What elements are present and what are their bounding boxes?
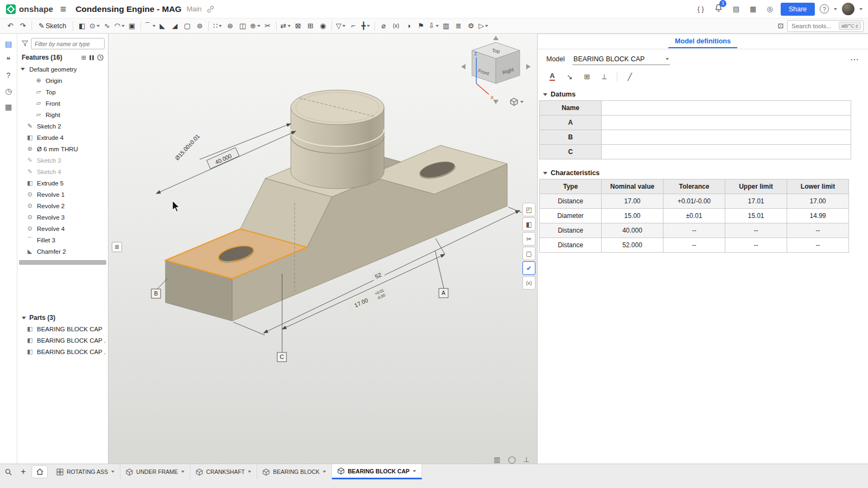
cylinder-boss[interactable] xyxy=(291,90,384,189)
tool-move-face-button[interactable]: ⊞ xyxy=(304,20,316,33)
feature-item-front-plane[interactable]: ▱ Front xyxy=(17,98,108,109)
app-store-icon[interactable]: ▦ xyxy=(747,5,759,13)
chevron-down-icon[interactable] xyxy=(543,93,547,96)
learning-center-icon[interactable]: ◎ xyxy=(764,5,775,13)
tab-under-frame[interactable]: UNDER FRAME xyxy=(120,464,190,479)
cell-tolerance[interactable]: ±0.01 xyxy=(663,209,725,223)
chevron-down-icon[interactable] xyxy=(543,172,547,175)
tool-linear-pattern-button[interactable]: ∷ xyxy=(212,20,224,33)
undo-button[interactable]: ↶ xyxy=(4,20,16,33)
feature-item-sketch-4[interactable]: ✎ Sketch 4 xyxy=(17,166,108,177)
sketch-button[interactable]: ✎ Sketch xyxy=(35,20,70,33)
tool-appearance-button[interactable]: ◑ xyxy=(403,20,414,33)
tool-measure-button[interactable]: ⌀ xyxy=(378,20,390,33)
datum-b[interactable]: B xyxy=(151,279,167,298)
feature-item-extrude-4[interactable]: ◧ Extrude 4 xyxy=(17,132,108,143)
cell-type[interactable]: Distance xyxy=(540,238,602,253)
hide-geometry-button[interactable]: ▢ xyxy=(522,247,535,260)
view-options-button[interactable] xyxy=(510,98,524,106)
cell-nominal[interactable]: 40.000 xyxy=(602,223,663,238)
variables-button[interactable]: (x) xyxy=(522,276,535,290)
feature-item-fillet-3[interactable]: ⌒ Fillet 3 xyxy=(17,234,108,246)
apps-panel-icon[interactable]: ▦ xyxy=(5,103,12,111)
cell-nominal[interactable]: 52.000 xyxy=(602,238,663,253)
tab-bearing-block-cap[interactable]: BEARING BLOCK CAP xyxy=(332,464,422,479)
datum-feature-button[interactable]: ⊥ xyxy=(597,70,611,83)
cell-upper[interactable]: 15.01 xyxy=(725,209,787,223)
part-item-1[interactable]: ◧ BEARING BLOCK CAP xyxy=(17,323,108,335)
feature-item-revolve-4[interactable]: ⊙ Revolve 4 xyxy=(17,223,108,234)
home-tab-button[interactable] xyxy=(31,465,48,478)
tool-boolean-button[interactable]: ⊕ xyxy=(249,20,261,33)
avatar[interactable] xyxy=(842,3,854,15)
folder-add-icon[interactable]: ⊞ xyxy=(81,54,86,61)
tool-circular-pattern-button[interactable]: ⊛ xyxy=(224,20,236,33)
cell-upper[interactable]: -- xyxy=(725,238,787,253)
share-button[interactable]: Share xyxy=(781,3,815,16)
tool-bom-button[interactable]: ≣ xyxy=(452,20,464,33)
tool-flange-button[interactable]: ⌐ xyxy=(347,20,359,33)
new-tab-button[interactable]: + xyxy=(16,464,30,479)
datums-section-header[interactable]: Datums xyxy=(538,87,868,100)
cell-lower[interactable]: -- xyxy=(787,238,849,253)
onshape-logo[interactable]: onshape xyxy=(5,4,53,15)
feature-item-extrude-5[interactable]: ◧ Extrude 5 xyxy=(17,177,108,189)
rotate-up-arrow[interactable] xyxy=(493,36,499,40)
feature-item-hole-6mm[interactable]: ⊚ Ø 6 mm THRU xyxy=(17,143,108,155)
cell-tolerance[interactable]: -- xyxy=(663,238,725,253)
feature-item-top-plane[interactable]: ▱ Top xyxy=(17,86,108,98)
datum-value-cell[interactable] xyxy=(602,101,851,115)
rotate-down-arrow[interactable] xyxy=(493,100,499,104)
feature-item-sketch-3[interactable]: ✎ Sketch 3 xyxy=(17,155,108,166)
outline-icon[interactable]: ▤ xyxy=(5,40,12,48)
tool-insert-button[interactable]: ▷ xyxy=(477,20,489,33)
tool-split-button[interactable]: ✂ xyxy=(261,20,273,33)
tab-bearing-block[interactable]: BEARING BLOCK xyxy=(257,464,332,479)
feature-item-revolve-3[interactable]: ⊙ Revolve 3 xyxy=(17,211,108,223)
tool-transform-button[interactable]: ⇄ xyxy=(279,20,291,33)
model-bearing-block-cap[interactable] xyxy=(165,90,507,321)
cell-nominal[interactable]: 17.00 xyxy=(602,194,663,209)
feature-item-revolve-2[interactable]: ⊙ Revolve 2 xyxy=(17,200,108,211)
snapshot-icon[interactable]: ▥ xyxy=(494,455,500,464)
cell-lower[interactable]: 17.00 xyxy=(787,194,849,209)
tool-delete-face-button[interactable]: ⊠ xyxy=(292,20,304,33)
redo-button[interactable]: ↷ xyxy=(17,20,29,33)
feature-item-origin[interactable]: ⊕ Origin xyxy=(17,75,108,86)
cell-upper[interactable]: 17.01 xyxy=(725,194,787,209)
rebuild-time-icon[interactable] xyxy=(97,54,104,61)
tool-configure-button[interactable]: ⚙ xyxy=(465,20,477,33)
chevron-down-icon[interactable] xyxy=(22,317,26,319)
rollback-handle-button[interactable]: ≣ xyxy=(112,242,122,252)
datum-a[interactable]: A xyxy=(435,251,448,298)
tool-replace-face-button[interactable]: ◉ xyxy=(317,20,329,33)
model-select[interactable]: BEARING BLOCK CAP xyxy=(572,54,670,65)
section-view-button[interactable]: ✂ xyxy=(522,232,535,246)
pause-rebuild-icon[interactable] xyxy=(89,55,94,61)
tab-rotating-ass[interactable]: ROTATING ASS xyxy=(51,464,120,479)
marquee-select-button[interactable]: ⊡ xyxy=(775,20,787,33)
tab-caret-icon[interactable] xyxy=(323,471,326,473)
tool-sheet-metal-button[interactable]: ▽ xyxy=(335,20,347,33)
tab-caret-icon[interactable] xyxy=(181,471,184,473)
surface-line-button[interactable]: ╱ xyxy=(623,70,637,83)
menu-icon[interactable]: ≡ xyxy=(58,3,68,15)
characteristics-section-header[interactable]: Characteristics xyxy=(538,166,868,179)
leader-button[interactable]: ↘ xyxy=(563,70,577,83)
cell-lower[interactable]: -- xyxy=(787,223,849,238)
display-style-button[interactable]: ◧ xyxy=(522,217,535,231)
help-panel-icon[interactable]: ? xyxy=(7,72,11,79)
cell-type[interactable]: Distance xyxy=(540,223,602,238)
tool-export-button[interactable]: ⇩ xyxy=(427,20,439,33)
tab-caret-icon[interactable] xyxy=(111,471,114,473)
annotation-text-button[interactable]: A xyxy=(545,70,559,83)
chevron-down-icon[interactable] xyxy=(21,68,25,70)
tool-variable-button[interactable]: (x) xyxy=(390,20,402,33)
cell-type[interactable]: Distance xyxy=(540,194,602,209)
graphics-viewport[interactable]: 40.000 Ø15.00±0.01 xyxy=(108,34,537,464)
help-caret-icon[interactable] xyxy=(834,8,837,10)
add-definition-button[interactable]: ⊞ xyxy=(580,70,594,83)
rotate-left-arrow[interactable] xyxy=(461,64,465,69)
version-label[interactable]: Main xyxy=(187,5,202,13)
feature-item-chamfer-2[interactable]: ◣ Chamfer 2 xyxy=(17,246,108,257)
